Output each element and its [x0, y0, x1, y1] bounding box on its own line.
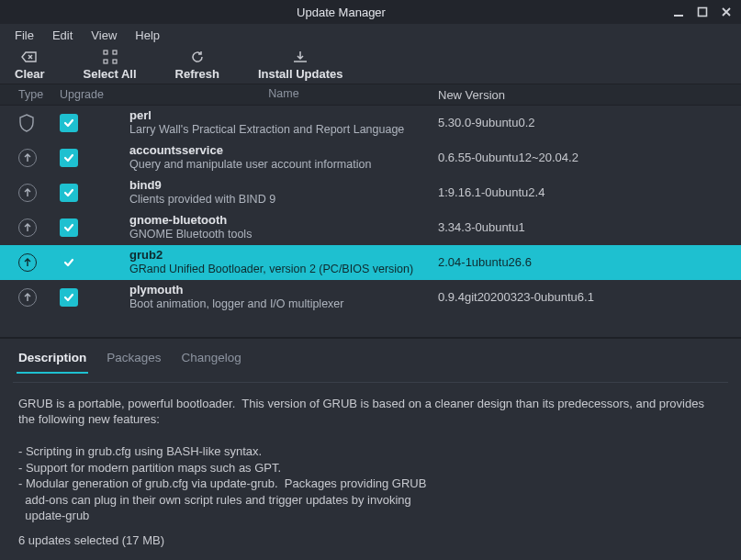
package-name: grub2 [129, 248, 438, 263]
status-bar: 6 updates selected (17 MB) [0, 524, 741, 560]
tab-changelog[interactable]: Changelog [180, 348, 243, 374]
menu-view[interactable]: View [84, 25, 124, 46]
refresh-label: Refresh [175, 67, 219, 81]
shield-icon [18, 114, 35, 132]
new-version-cell: 5.30.0-9ubuntu0.2 [438, 116, 741, 129]
package-desc: GNOME Bluetooth tools [129, 228, 438, 242]
type-cell [18, 288, 60, 307]
upgrade-type-icon [18, 253, 37, 272]
menubar: File Edit View Help [0, 24, 741, 46]
select-all-button[interactable]: Select All [84, 50, 137, 81]
description-text: GRUB is a portable, powerful bootloader.… [13, 383, 728, 524]
upgrade-cell [60, 114, 129, 132]
package-desc: Query and manipulate user account inform… [129, 158, 438, 173]
package-name: gnome-bluetooth [129, 213, 438, 228]
type-cell [18, 253, 60, 272]
tab-description[interactable]: Description [17, 348, 88, 374]
upgrade-cell [60, 218, 129, 237]
type-cell [18, 114, 60, 132]
upgrade-checkbox[interactable] [60, 253, 78, 272]
svg-rect-3 [113, 50, 117, 54]
upgrade-checkbox[interactable] [60, 218, 78, 237]
upgrade-type-icon [18, 184, 37, 202]
svg-rect-4 [104, 60, 107, 63]
package-row[interactable]: perlLarry Wall's Practical Extraction an… [0, 106, 741, 140]
package-list: perlLarry Wall's Practical Extraction an… [0, 106, 741, 315]
column-newversion-header[interactable]: New Version [438, 88, 741, 102]
type-cell [18, 149, 60, 167]
package-name: plymouth [129, 283, 438, 297]
name-cell: accountsserviceQuery and manipulate user… [129, 143, 438, 173]
column-type-header[interactable]: Type [18, 88, 60, 101]
refresh-icon [188, 50, 207, 64]
table-header: Type Upgrade Name New Version [0, 84, 741, 105]
upgrade-checkbox[interactable] [60, 288, 78, 307]
new-version-cell: 1:9.16.1-0ubuntu2.4 [438, 185, 741, 199]
close-icon[interactable] [721, 6, 732, 17]
new-version-cell: 0.6.55-0ubuntu12~20.04.2 [438, 151, 741, 164]
name-cell: grub2GRand Unified Bootloader, version 2… [129, 248, 438, 277]
package-row[interactable]: grub2GRand Unified Bootloader, version 2… [0, 245, 741, 280]
upgrade-type-icon [18, 149, 37, 167]
package-desc: Boot animation, logger and I/O multiplex… [129, 297, 438, 312]
window-title: Update Manager [9, 6, 673, 19]
package-desc: GRand Unified Bootloader, version 2 (PC/… [129, 263, 438, 277]
package-name: accountsservice [129, 143, 438, 158]
details-tabs: Description Packages Changelog [13, 339, 728, 383]
menu-edit[interactable]: Edit [45, 25, 80, 46]
tab-packages[interactable]: Packages [105, 348, 163, 374]
titlebar: Update Manager [0, 0, 741, 24]
upgrade-checkbox[interactable] [60, 184, 78, 202]
clear-label: Clear [15, 67, 45, 81]
svg-rect-0 [674, 15, 683, 17]
package-name: bind9 [129, 178, 438, 193]
details-panel: Description Packages Changelog GRUB is a… [0, 337, 741, 524]
menu-file[interactable]: File [7, 25, 41, 46]
package-row[interactable]: bind9Clients provided with BIND 91:9.16.… [0, 175, 741, 210]
upgrade-type-icon [18, 218, 37, 237]
minimize-icon[interactable] [673, 6, 684, 17]
refresh-button[interactable]: Refresh [175, 50, 219, 81]
upgrade-checkbox[interactable] [60, 114, 78, 132]
clear-button[interactable]: Clear [15, 50, 45, 81]
type-cell [18, 184, 60, 202]
column-upgrade-header[interactable]: Upgrade [60, 88, 129, 101]
package-row[interactable]: gnome-bluetoothGNOME Bluetooth tools3.34… [0, 210, 741, 245]
select-all-label: Select All [84, 67, 137, 81]
new-version-cell: 0.9.4git20200323-0ubuntu6.1 [438, 290, 741, 304]
package-row[interactable]: plymouthBoot animation, logger and I/O m… [0, 280, 741, 315]
new-version-cell: 2.04-1ubuntu26.6 [438, 255, 741, 269]
maximize-icon[interactable] [697, 6, 708, 17]
package-row[interactable]: accountsserviceQuery and manipulate user… [0, 140, 741, 175]
name-cell: gnome-bluetoothGNOME Bluetooth tools [129, 213, 438, 242]
upgrade-type-icon [18, 288, 37, 307]
select-all-icon [101, 50, 119, 64]
package-desc: Larry Wall's Practical Extraction and Re… [129, 123, 438, 138]
window-controls [673, 6, 732, 17]
name-cell: perlLarry Wall's Practical Extraction an… [129, 108, 438, 138]
svg-rect-1 [699, 8, 707, 17]
menu-help[interactable]: Help [128, 25, 167, 46]
name-cell: plymouthBoot animation, logger and I/O m… [129, 283, 438, 312]
toolbar: Clear Select All Refresh Install Updates [0, 47, 741, 84]
svg-rect-2 [104, 50, 107, 54]
type-cell [18, 218, 60, 237]
upgrade-cell [60, 184, 129, 202]
name-cell: bind9Clients provided with BIND 9 [129, 178, 438, 207]
upgrade-checkbox[interactable] [60, 149, 78, 167]
upgrade-cell [60, 288, 129, 307]
install-label: Install Updates [258, 67, 342, 81]
package-name: perl [129, 108, 438, 123]
package-desc: Clients provided with BIND 9 [129, 193, 438, 207]
window-root: Update Manager File Edit View Help Clear [0, 0, 741, 560]
svg-rect-5 [113, 60, 117, 63]
column-name-header[interactable]: Name [129, 87, 438, 102]
install-icon [291, 50, 309, 64]
upgrade-cell [60, 253, 129, 272]
backspace-icon [20, 50, 39, 64]
install-updates-button[interactable]: Install Updates [258, 50, 342, 81]
upgrade-cell [60, 149, 129, 167]
new-version-cell: 3.34.3-0ubuntu1 [438, 220, 741, 234]
